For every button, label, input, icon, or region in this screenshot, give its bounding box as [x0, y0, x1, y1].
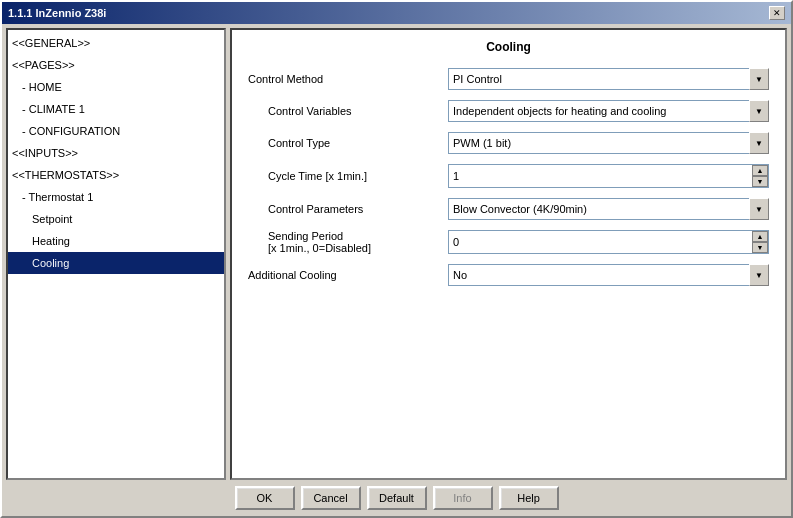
select-wrapper-control-variables: Independent objects for heating and cool… — [448, 100, 769, 122]
select-control-variables[interactable]: Independent objects for heating and cool… — [448, 100, 769, 122]
spinner-btns-cycle-time: ▲ ▼ — [752, 165, 768, 187]
select-control-type[interactable]: PWM (1 bit) 0-10V Floating point — [448, 132, 769, 154]
select-wrapper-additional-cooling: No Yes ▼ — [448, 264, 769, 286]
label-control-parameters: Control Parameters — [248, 203, 448, 215]
form-row-cycle-time: Cycle Time [x 1min.] ▲ ▼ — [248, 164, 769, 188]
title-bar-left: 1.1.1 InZennio Z38i — [8, 7, 106, 19]
ok-button[interactable]: OK — [235, 486, 295, 510]
spinner-cycle-time[interactable] — [449, 165, 752, 187]
label-additional-cooling: Additional Cooling — [248, 269, 448, 281]
sidebar-item-heating[interactable]: Heating — [8, 230, 224, 252]
spinner-btns-sending-period: ▲ ▼ — [752, 231, 768, 253]
spinner-up-cycle-time[interactable]: ▲ — [752, 165, 768, 176]
info-button[interactable]: Info — [433, 486, 493, 510]
spinner-down-cycle-time[interactable]: ▼ — [752, 176, 768, 187]
spinner-wrapper-sending-period: ▲ ▼ — [448, 230, 769, 254]
label-control-variables: Control Variables — [248, 105, 448, 117]
sidebar-item-climate1[interactable]: - CLIMATE 1 — [8, 98, 224, 120]
window-title: 1.1.1 InZennio Z38i — [8, 7, 106, 19]
label-sending-period-line1: Sending Period — [268, 230, 448, 242]
sidebar-item-cooling[interactable]: Cooling — [8, 252, 224, 274]
help-button[interactable]: Help — [499, 486, 559, 510]
label-sending-period: Sending Period [x 1min., 0=Disabled] — [248, 230, 448, 254]
select-additional-cooling[interactable]: No Yes — [448, 264, 769, 286]
spinner-wrapper-cycle-time: ▲ ▼ — [448, 164, 769, 188]
label-cycle-time: Cycle Time [x 1min.] — [248, 170, 448, 182]
cancel-button[interactable]: Cancel — [301, 486, 361, 510]
form-row-additional-cooling: Additional Cooling No Yes ▼ — [248, 264, 769, 286]
sidebar-item-thermostats[interactable]: <<THERMOSTATS>> — [8, 164, 224, 186]
main-area: <<GENERAL>> <<PAGES>> - HOME - CLIMATE 1… — [6, 28, 787, 480]
content-area: Cooling Control Method PI Control On/Off… — [230, 28, 787, 480]
select-wrapper-control-method: PI Control On/Off Control PD Control ▼ — [448, 68, 769, 90]
main-window: 1.1.1 InZennio Z38i ✕ <<GENERAL>> <<PAGE… — [0, 0, 793, 518]
title-buttons: ✕ — [769, 6, 785, 20]
content-panel: Cooling Control Method PI Control On/Off… — [230, 28, 787, 480]
sidebar-item-configuration[interactable]: - CONFIGURATION — [8, 120, 224, 142]
form-row-control-parameters: Control Parameters Blow Convector (4K/90… — [248, 198, 769, 220]
form-row-control-type: Control Type PWM (1 bit) 0-10V Floating … — [248, 132, 769, 154]
bottom-bar: OK Cancel Default Info Help — [6, 480, 787, 512]
sidebar-item-general[interactable]: <<GENERAL>> — [8, 32, 224, 54]
sidebar-item-inputs[interactable]: <<INPUTS>> — [8, 142, 224, 164]
sidebar-item-setpoint[interactable]: Setpoint — [8, 208, 224, 230]
form-row-control-variables: Control Variables Independent objects fo… — [248, 100, 769, 122]
label-control-type: Control Type — [248, 137, 448, 149]
title-bar: 1.1.1 InZennio Z38i ✕ — [2, 2, 791, 24]
select-control-parameters[interactable]: Blow Convector (4K/90min) Fan Coil Unit … — [448, 198, 769, 220]
label-control-method: Control Method — [248, 73, 448, 85]
window-body: <<GENERAL>> <<PAGES>> - HOME - CLIMATE 1… — [2, 24, 791, 516]
sidebar-item-home[interactable]: - HOME — [8, 76, 224, 98]
spinner-sending-period[interactable] — [449, 231, 752, 253]
close-button[interactable]: ✕ — [769, 6, 785, 20]
form-row-sending-period: Sending Period [x 1min., 0=Disabled] ▲ ▼ — [248, 230, 769, 254]
select-wrapper-control-type: PWM (1 bit) 0-10V Floating point ▼ — [448, 132, 769, 154]
sidebar: <<GENERAL>> <<PAGES>> - HOME - CLIMATE 1… — [6, 28, 226, 480]
sidebar-item-thermostat1[interactable]: - Thermostat 1 — [8, 186, 224, 208]
form-row-control-method: Control Method PI Control On/Off Control… — [248, 68, 769, 90]
panel-title: Cooling — [248, 40, 769, 54]
spinner-up-sending-period[interactable]: ▲ — [752, 231, 768, 242]
default-button[interactable]: Default — [367, 486, 427, 510]
spinner-down-sending-period[interactable]: ▼ — [752, 242, 768, 253]
select-control-method[interactable]: PI Control On/Off Control PD Control — [448, 68, 769, 90]
select-wrapper-control-parameters: Blow Convector (4K/90min) Fan Coil Unit … — [448, 198, 769, 220]
sidebar-item-pages[interactable]: <<PAGES>> — [8, 54, 224, 76]
label-sending-period-line2: [x 1min., 0=Disabled] — [268, 242, 448, 254]
